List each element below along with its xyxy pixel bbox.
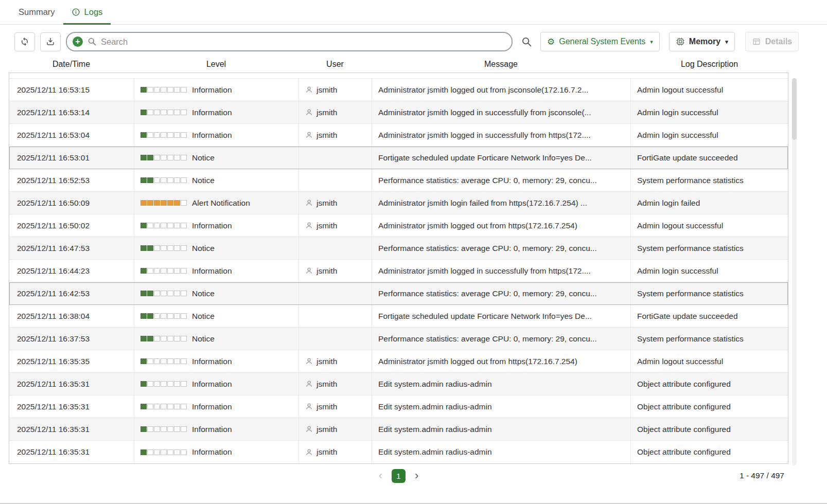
log-level-label: Information [192, 447, 232, 457]
log-level-label: Notice [192, 289, 215, 298]
log-description: Admin logout successful [631, 79, 789, 101]
log-level-label: Information [192, 402, 232, 411]
partial-row [9, 73, 788, 79]
refresh-button[interactable] [14, 32, 35, 51]
log-user: jsmith [299, 373, 372, 395]
search-input[interactable] [66, 32, 513, 51]
severity-bar-icon [140, 132, 187, 138]
table-row[interactable]: 2025/12/11 16:53:14InformationjsmithAdmi… [9, 101, 788, 124]
details-label: Details [765, 37, 792, 46]
log-description: Admin login failed [631, 192, 789, 214]
log-user-name: jsmith [316, 108, 337, 117]
log-description: Admin login successful [631, 124, 789, 146]
log-user [299, 169, 372, 191]
log-level: Information [134, 350, 299, 372]
log-user: jsmith [299, 101, 372, 123]
severity-bar-icon [140, 404, 187, 409]
log-description: Object attribute configured [631, 441, 789, 463]
column-header-level[interactable]: Level [134, 60, 298, 69]
search-box: + [66, 32, 513, 51]
table-row[interactable]: 2025/12/11 16:53:01NoticeFortigate sched… [9, 147, 788, 169]
log-level-label: Information [192, 357, 232, 366]
column-header-log-description[interactable]: Log Description [630, 60, 788, 69]
table-row[interactable]: 2025/12/11 16:35:35InformationjsmithAdmi… [9, 350, 788, 373]
log-level-label: Alert Notification [192, 199, 250, 208]
log-message: Performance statistics: average CPU: 0, … [372, 282, 631, 304]
log-message: Administrator jsmith logged out from htt… [372, 214, 631, 237]
event-type-dropdown[interactable]: ⚙ General System Events ▾ [540, 32, 660, 51]
user-icon [305, 267, 313, 275]
table-row[interactable]: 2025/12/11 16:44:23InformationjsmithAdmi… [9, 260, 788, 282]
severity-bar-icon [140, 245, 187, 251]
user-icon [305, 86, 313, 94]
table-row[interactable]: 2025/12/11 16:50:02InformationjsmithAdmi… [9, 214, 788, 237]
log-user-name: jsmith [316, 221, 337, 230]
table-row[interactable]: 2025/12/11 16:35:31InformationjsmithEdit… [9, 418, 788, 441]
table-row[interactable]: 2025/12/11 16:52:53NoticePerformance sta… [9, 169, 788, 192]
log-datetime: 2025/12/11 16:53:04 [9, 124, 134, 146]
log-user-name: jsmith [316, 266, 337, 276]
prev-page-button[interactable]: ‹ [379, 470, 382, 481]
column-header-message[interactable]: Message [372, 60, 630, 69]
log-datetime: 2025/12/11 16:38:04 [9, 305, 134, 327]
log-user-name: jsmith [316, 380, 337, 389]
tab-summary[interactable]: Summary [10, 0, 63, 24]
current-page-button[interactable]: 1 [392, 469, 406, 483]
log-datetime: 2025/12/11 16:50:02 [9, 214, 134, 237]
log-level: Alert Notification [134, 192, 299, 214]
tab-bar: Summary Logs [0, 0, 827, 25]
table-row[interactable]: 2025/12/11 16:35:31InformationjsmithEdit… [9, 373, 788, 395]
table-row[interactable]: 2025/12/11 16:35:31InformationjsmithEdit… [9, 441, 788, 463]
severity-bar-icon [140, 336, 187, 341]
user-icon [305, 109, 313, 116]
column-header-user[interactable]: User [298, 60, 372, 69]
log-user-name: jsmith [316, 85, 337, 95]
tab-logs[interactable]: Logs [63, 0, 111, 24]
search-icon [87, 37, 97, 48]
log-level-label: Notice [192, 153, 215, 163]
table-row[interactable]: 2025/12/11 16:35:31InformationjsmithEdit… [9, 395, 788, 418]
table-row[interactable]: 2025/12/11 16:42:53NoticePerformance sta… [9, 282, 788, 305]
log-datetime: 2025/12/11 16:35:31 [9, 373, 134, 395]
severity-bar-icon [140, 291, 187, 296]
log-user: jsmith [299, 395, 372, 418]
details-button[interactable]: Details [745, 32, 799, 51]
table-row[interactable]: 2025/12/11 16:47:53NoticePerformance sta… [9, 237, 788, 260]
download-button[interactable] [40, 32, 61, 51]
event-type-label: General System Events [559, 37, 645, 46]
log-source-dropdown[interactable]: Memory ▾ [669, 32, 735, 51]
table-row[interactable]: 2025/12/11 16:37:53NoticePerformance sta… [9, 328, 788, 350]
log-message: Edit system.admin radius-admin [372, 418, 631, 440]
log-user: jsmith [299, 441, 372, 463]
log-user: jsmith [299, 79, 372, 101]
log-level: Information [134, 79, 299, 101]
severity-bar-icon [140, 358, 187, 364]
vertical-scrollbar[interactable] [792, 78, 797, 465]
table-row[interactable]: 2025/12/11 16:50:09Alert Notificationjsm… [9, 192, 788, 214]
table-row[interactable]: 2025/12/11 16:53:15InformationjsmithAdmi… [9, 79, 788, 101]
log-level-label: Information [192, 131, 232, 140]
table-row[interactable]: 2025/12/11 16:38:04NoticeFortigate sched… [9, 305, 788, 328]
search-submit-button[interactable] [518, 32, 535, 51]
log-level: Notice [134, 169, 299, 191]
scrollbar-thumb[interactable] [792, 78, 797, 140]
log-description: Object attribute configured [631, 373, 789, 395]
log-user: jsmith [299, 124, 372, 146]
table-row[interactable]: 2025/12/11 16:53:04InformationjsmithAdmi… [9, 124, 788, 147]
log-description: System performance statistics [631, 237, 789, 259]
column-header-datetime[interactable]: Date/Time [9, 60, 134, 69]
log-datetime: 2025/12/11 16:53:14 [9, 101, 134, 123]
user-icon [305, 199, 313, 207]
log-datetime: 2025/12/11 16:50:09 [9, 192, 134, 214]
log-user: jsmith [299, 214, 372, 237]
add-filter-icon[interactable]: + [73, 37, 83, 47]
log-level-label: Information [192, 85, 232, 95]
next-page-button[interactable]: › [415, 470, 418, 481]
table-header: Date/Time Level User Message Log Descrip… [9, 56, 788, 73]
tab-summary-label: Summary [19, 7, 55, 17]
log-source-label: Memory [689, 37, 720, 46]
log-datetime: 2025/12/11 16:42:53 [9, 282, 134, 304]
log-message: Administrator jsmith logged in successfu… [372, 101, 631, 123]
log-description: System performance statistics [631, 282, 789, 304]
log-user-name: jsmith [316, 402, 337, 411]
